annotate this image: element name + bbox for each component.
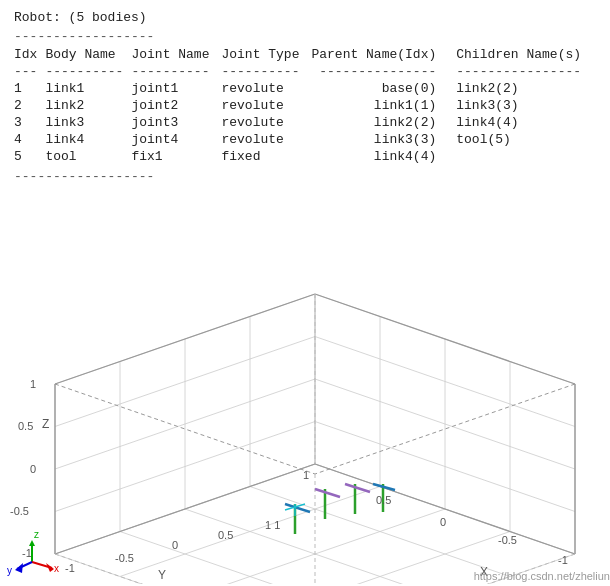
y-tick-05: 0.5: [218, 529, 233, 541]
plot-area: .grid-line { stroke: #cccccc; stroke-wid…: [0, 194, 610, 584]
y-tick-m05: -0.5: [115, 552, 134, 564]
z-tick-m1: -1: [22, 547, 32, 559]
cell-joint: joint4: [131, 131, 221, 148]
cell-children: link3(3): [456, 97, 589, 114]
cell-children: [456, 148, 589, 165]
y-tick-1: 1 1: [265, 519, 280, 531]
x-tick-0: 0: [440, 516, 446, 528]
cell-idx: 5: [14, 148, 45, 165]
z-tick-1: 1: [30, 378, 36, 390]
cell-parent: link1(1): [311, 97, 456, 114]
top-divider: ------------------: [14, 29, 596, 44]
y-tick-0: 0: [172, 539, 178, 551]
z-axis-label: Z: [42, 417, 49, 431]
cell-body: link4: [45, 131, 131, 148]
cell-type: revolute: [221, 131, 311, 148]
table-row: 2 link2 joint2 revolute link1(1) link3(3…: [14, 97, 589, 114]
cell-joint: joint3: [131, 114, 221, 131]
cell-parent: link3(3): [311, 131, 456, 148]
col-header-joint: Joint Name: [131, 46, 221, 63]
cell-type: fixed: [221, 148, 311, 165]
cell-body: link2: [45, 97, 131, 114]
cell-body: link3: [45, 114, 131, 131]
x-tick-1: -1: [558, 554, 568, 566]
cell-parent: link2(2): [311, 114, 456, 131]
3d-plot: .grid-line { stroke: #cccccc; stroke-wid…: [0, 194, 610, 584]
cell-children: link2(2): [456, 80, 589, 97]
table-row: 3 link3 joint3 revolute link2(2) link4(4…: [14, 114, 589, 131]
cell-joint: joint2: [131, 97, 221, 114]
sep-type: ----------: [221, 63, 311, 80]
x-tick-m1: 1: [303, 469, 309, 481]
cell-type: revolute: [221, 80, 311, 97]
watermark: https://blog.csdn.net/zheliun: [474, 570, 610, 582]
cell-type: revolute: [221, 97, 311, 114]
cell-idx: 2: [14, 97, 45, 114]
cell-idx: 1: [14, 80, 45, 97]
svg-rect-0: [0, 194, 610, 584]
sep-idx: ---: [14, 63, 45, 80]
robot-header: Robot: (5 bodies): [14, 10, 596, 25]
z-tick-m05: -0.5: [10, 505, 29, 517]
svg-text:x: x: [54, 563, 59, 574]
table-header-row: Idx Body Name Joint Name Joint Type Pare…: [14, 46, 589, 63]
y-tick-m1: -1: [65, 562, 75, 574]
cell-joint: joint1: [131, 80, 221, 97]
z-tick-0: 0: [30, 463, 36, 475]
x-tick-m05: 0.5: [376, 494, 391, 506]
svg-text:z: z: [34, 529, 39, 540]
cell-children: tool(5): [456, 131, 589, 148]
table-row: 5 tool fix1 fixed link4(4): [14, 148, 589, 165]
col-header-body: Body Name: [45, 46, 131, 63]
cell-parent: base(0): [311, 80, 456, 97]
info-section: Robot: (5 bodies) ------------------ Idx…: [0, 0, 610, 190]
col-header-type: Joint Type: [221, 46, 311, 63]
col-header-children: Children Name(s): [456, 46, 589, 63]
cell-body: tool: [45, 148, 131, 165]
robot-label: Robot: (5 bodies): [14, 10, 147, 25]
cell-type: revolute: [221, 114, 311, 131]
robot-table: Idx Body Name Joint Name Joint Type Pare…: [14, 46, 589, 165]
cell-body: link1: [45, 80, 131, 97]
col-header-idx: Idx: [14, 46, 45, 63]
robot-table-container: Idx Body Name Joint Name Joint Type Pare…: [14, 46, 596, 184]
table-sep-row: --- ---------- ---------- ---------- ---…: [14, 63, 589, 80]
cell-idx: 3: [14, 114, 45, 131]
table-row: 1 link1 joint1 revolute base(0) link2(2): [14, 80, 589, 97]
bottom-divider: ------------------: [14, 169, 596, 184]
table-row: 4 link4 joint4 revolute link3(3) tool(5): [14, 131, 589, 148]
y-axis-label: Y: [158, 568, 166, 582]
cell-children: link4(4): [456, 114, 589, 131]
sep-parent: ---------------: [311, 63, 456, 80]
sep-children: ----------------: [456, 63, 589, 80]
cell-parent: link4(4): [311, 148, 456, 165]
cell-idx: 4: [14, 131, 45, 148]
svg-text:y: y: [7, 565, 12, 576]
sep-joint: ----------: [131, 63, 221, 80]
x-tick-05: -0.5: [498, 534, 517, 546]
cell-joint: fix1: [131, 148, 221, 165]
z-tick-05: 0.5: [18, 420, 33, 432]
sep-body: ----------: [45, 63, 131, 80]
col-header-parent: Parent Name(Idx): [311, 46, 456, 63]
table-body: 1 link1 joint1 revolute base(0) link2(2)…: [14, 80, 589, 165]
